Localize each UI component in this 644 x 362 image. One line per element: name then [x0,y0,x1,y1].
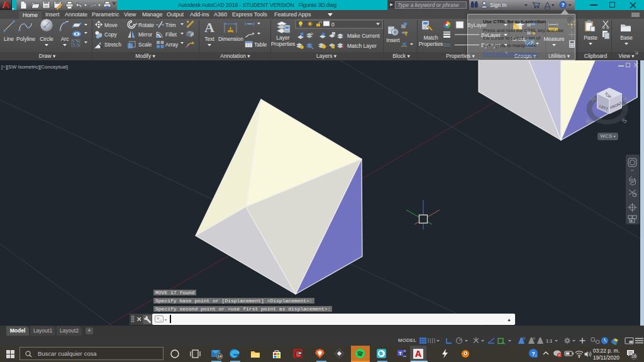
svg-text:Arc: Arc [61,36,70,42]
svg-text:Stretch: Stretch [104,41,121,48]
svg-text:Base: Base [620,35,633,41]
svg-text:Text: Text [204,36,214,42]
svg-text:Layer: Layer [276,35,289,41]
svg-text:Dimension: Dimension [218,36,243,42]
svg-text:Sign In: Sign In [490,2,507,8]
svg-text:Insert: Insert [386,37,400,43]
svg-text:i: i [535,354,536,358]
svg-text:Rotate: Rotate [138,22,154,28]
svg-text:16: 16 [631,354,636,358]
svg-text:14: 14 [218,354,222,358]
svg-text:?: ? [561,2,564,8]
svg-text:Properties: Properties [419,41,443,47]
svg-text:Match: Match [423,35,438,41]
svg-text:Circle: Circle [40,36,53,42]
svg-text:Match Layer: Match Layer [347,43,377,49]
svg-text:0: 0 [331,21,335,28]
svg-text:A: A [204,19,214,35]
svg-text:Table: Table [254,41,267,48]
svg-text:Line: Line [4,36,14,42]
svg-text:T: T [399,351,402,356]
svg-text:Fillet: Fillet [165,31,177,38]
svg-text:Properties: Properties [271,41,296,47]
svg-text:Move: Move [104,22,118,28]
svg-text:Polyline: Polyline [16,36,35,42]
svg-text:1:1: 1:1 [546,338,552,344]
svg-text:Mirror: Mirror [138,31,152,38]
svg-text:S: S [620,117,628,125]
svg-text:Paste: Paste [584,35,597,41]
svg-text:Trim: Trim [165,22,176,28]
svg-text:Make Current: Make Current [347,33,380,39]
svg-text:Scale: Scale [138,41,152,48]
svg-text:Copy: Copy [104,31,118,38]
svg-text:Array: Array [165,41,179,48]
